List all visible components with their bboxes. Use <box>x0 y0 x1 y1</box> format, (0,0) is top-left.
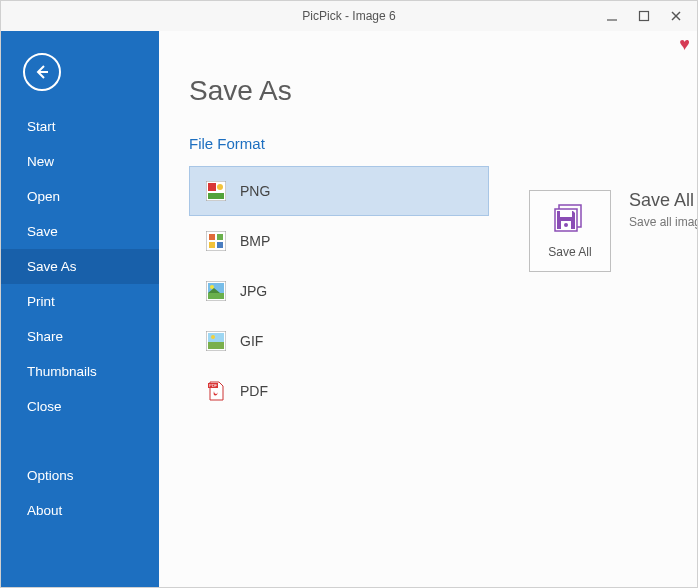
sidebar-item-thumbnails[interactable]: Thumbnails <box>1 354 159 389</box>
format-list: PNG BMP JPG <box>189 166 489 416</box>
window-title: PicPick - Image 6 <box>302 9 395 23</box>
svg-point-15 <box>210 285 214 289</box>
app-body: Start New Open Save Save As Print Share … <box>1 31 697 587</box>
format-item-jpg[interactable]: JPG <box>189 266 489 316</box>
format-item-gif[interactable]: GIF <box>189 316 489 366</box>
sidebar-menu: Start New Open Save Save As Print Share … <box>1 109 159 528</box>
sidebar-item-print[interactable]: Print <box>1 284 159 319</box>
svg-point-19 <box>211 335 215 339</box>
arrow-left-icon <box>33 63 51 81</box>
sidebar: Start New Open Save Save As Print Share … <box>1 31 159 587</box>
png-icon <box>206 181 226 201</box>
gif-icon <box>206 331 226 351</box>
save-all-subtitle: Save all image <box>629 215 697 229</box>
svg-rect-9 <box>209 234 215 240</box>
sidebar-item-close[interactable]: Close <box>1 389 159 424</box>
app-window: PicPick - Image 6 ♥ Start New O <box>0 0 698 588</box>
format-item-pdf[interactable]: PDF PDF <box>189 366 489 416</box>
section-label: File Format <box>189 135 697 152</box>
save-all-icon <box>553 203 587 237</box>
favorite-icon[interactable]: ♥ <box>679 34 690 55</box>
sidebar-item-start[interactable]: Start <box>1 109 159 144</box>
format-item-png[interactable]: PNG <box>189 166 489 216</box>
back-button[interactable] <box>23 53 61 91</box>
save-all-button-label: Save All <box>548 245 591 259</box>
sidebar-item-options[interactable]: Options <box>1 458 159 493</box>
sidebar-item-about[interactable]: About <box>1 493 159 528</box>
svg-rect-10 <box>217 234 223 240</box>
close-button[interactable] <box>661 5 691 27</box>
window-controls <box>597 5 691 27</box>
format-label: GIF <box>240 333 263 349</box>
page-title: Save As <box>189 75 697 107</box>
sidebar-item-save[interactable]: Save <box>1 214 159 249</box>
format-label: PDF <box>240 383 268 399</box>
minimize-button[interactable] <box>597 5 627 27</box>
sidebar-item-save-as[interactable]: Save As <box>1 249 159 284</box>
svg-rect-11 <box>209 242 215 248</box>
save-all-button[interactable]: Save All <box>529 190 611 272</box>
svg-rect-12 <box>217 242 223 248</box>
svg-point-6 <box>217 184 223 190</box>
svg-rect-7 <box>208 193 224 199</box>
svg-rect-1 <box>640 12 649 21</box>
svg-point-27 <box>564 223 568 227</box>
bmp-icon <box>206 231 226 251</box>
sidebar-item-share[interactable]: Share <box>1 319 159 354</box>
svg-rect-5 <box>208 183 216 191</box>
svg-text:PDF: PDF <box>209 383 218 388</box>
jpg-icon <box>206 281 226 301</box>
save-all-panel: Save All Save All Save all image <box>529 190 697 272</box>
sidebar-item-open[interactable]: Open <box>1 179 159 214</box>
title-bar: PicPick - Image 6 <box>1 1 697 31</box>
save-all-description: Save All Save all image <box>629 190 697 229</box>
svg-rect-16 <box>208 293 224 299</box>
svg-rect-25 <box>560 211 572 217</box>
svg-rect-18 <box>208 333 224 342</box>
format-label: PNG <box>240 183 270 199</box>
pdf-icon: PDF <box>206 381 226 401</box>
format-item-bmp[interactable]: BMP <box>189 216 489 266</box>
format-label: JPG <box>240 283 267 299</box>
sidebar-item-new[interactable]: New <box>1 144 159 179</box>
save-all-title: Save All <box>629 190 697 211</box>
format-label: BMP <box>240 233 270 249</box>
sidebar-spacer <box>1 424 159 458</box>
main-panel: Save As File Format PNG BMP <box>159 31 697 587</box>
svg-rect-20 <box>208 342 224 349</box>
maximize-button[interactable] <box>629 5 659 27</box>
